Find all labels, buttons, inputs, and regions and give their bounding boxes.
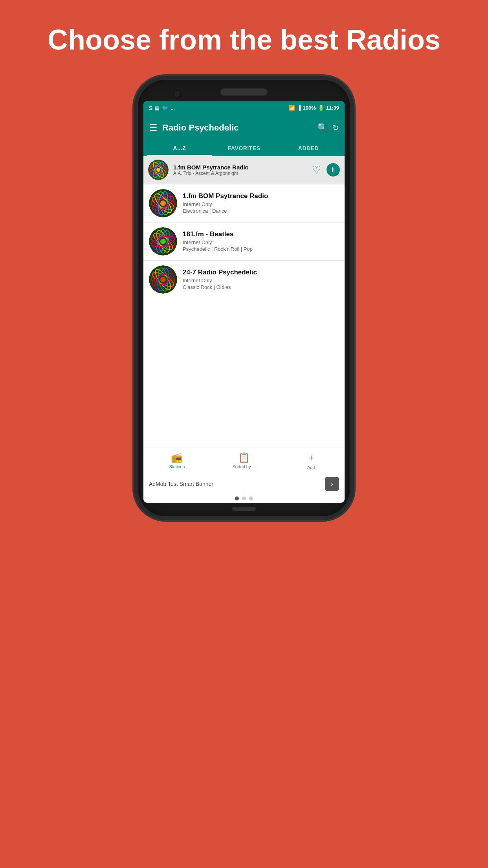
station-list: 1.fm BOM Psytrance Radio Internet Only E… (143, 184, 345, 447)
search-icon[interactable]: 🔍 (317, 123, 328, 133)
phone-speaker (220, 88, 268, 96)
status-ellipsis: ... (171, 105, 175, 111)
ad-arrow-button[interactable]: › (325, 477, 339, 491)
tab-az[interactable]: A...Z (147, 140, 212, 156)
phone-screen: S ▦ 🐦 ... 📶 ▐ 100% 🔋 11:09 ☰ Radio Psych… (143, 101, 345, 503)
battery-icon: 🔋 (318, 105, 324, 111)
svg-point-7 (156, 168, 160, 172)
now-playing-art (148, 160, 169, 180)
station-genre-3: Classic Rock | Oldies (183, 284, 339, 290)
status-icon-twitter: 🐦 (162, 105, 168, 111)
favorite-icon[interactable]: ♡ (312, 164, 321, 176)
phone-frame: S ▦ 🐦 ... 📶 ▐ 100% 🔋 11:09 ☰ Radio Psych… (134, 76, 354, 520)
dot-3 (249, 497, 253, 500)
phone-camera (173, 90, 181, 98)
list-item[interactable]: 181.fm - Beatles Internet Only Psychedel… (143, 223, 345, 261)
dot-2 (242, 497, 246, 500)
menu-icon[interactable]: ☰ (149, 122, 158, 133)
tab-added[interactable]: ADDED (276, 140, 341, 156)
nav-item-stations[interactable]: 📻 Stations (143, 447, 211, 474)
station-type-3: Internet Only (183, 278, 339, 283)
tabs: A...Z FAVORITES ADDED (143, 140, 345, 156)
nav-item-sorted[interactable]: 📋 Sorted by ... (211, 447, 278, 474)
battery-percent: 100% (303, 105, 316, 111)
app-bar: ☰ Radio Psychedelic 🔍 ↻ (143, 115, 345, 140)
now-playing-subtitle: A.A. Trip - Ascent & Argonnight (173, 171, 307, 176)
wifi-icon: 📶 (289, 105, 295, 111)
now-playing-title: 1.fm BOM Psytrance Radio (173, 164, 307, 171)
signal-icon: ▐ (297, 105, 301, 111)
pause-button[interactable]: ⏸ (327, 163, 340, 177)
refresh-icon[interactable]: ↻ (332, 123, 339, 132)
promo-title: Choose from the best Radios (24, 24, 464, 56)
station-genre-2: Psychedelic | Rock'n'Roll | Pop (183, 246, 339, 252)
clock: 11:09 (326, 105, 339, 111)
svg-point-34 (160, 277, 166, 282)
station-info-3: 24-7 Radio Psychedelic Internet Only Cla… (183, 268, 339, 290)
bottom-nav: 📻 Stations 📋 Sorted by ... ＋ Add (143, 447, 345, 474)
ad-dots (143, 494, 345, 503)
app-title: Radio Psychedelic (162, 123, 312, 133)
add-icon: ＋ (306, 451, 316, 464)
station-type-1: Internet Only (183, 201, 339, 207)
status-icon-cal: ▦ (155, 105, 160, 111)
station-art-3 (149, 265, 177, 294)
now-playing-bar[interactable]: 1.fm BOM Psytrance Radio A.A. Trip - Asc… (143, 156, 345, 184)
station-name-2: 181.fm - Beatles (183, 230, 339, 238)
svg-point-25 (160, 239, 166, 244)
station-info-2: 181.fm - Beatles Internet Only Psychedel… (183, 230, 339, 252)
ad-text: AdMob Test Smart Banner (149, 481, 213, 487)
station-art-1 (149, 189, 177, 217)
now-playing-info: 1.fm BOM Psytrance Radio A.A. Trip - Asc… (173, 164, 307, 176)
svg-point-16 (160, 200, 166, 206)
add-label: Add (307, 465, 315, 470)
nav-item-add[interactable]: ＋ Add (277, 447, 345, 474)
dot-1 (235, 497, 239, 500)
sorted-icon: 📋 (238, 452, 250, 463)
station-info-1: 1.fm BOM Psytrance Radio Internet Only E… (183, 192, 339, 214)
ad-banner[interactable]: AdMob Test Smart Banner › (143, 474, 345, 494)
station-art-2 (149, 227, 177, 256)
status-bar: S ▦ 🐦 ... 📶 ▐ 100% 🔋 11:09 (143, 101, 345, 115)
station-name-3: 24-7 Radio Psychedelic (183, 268, 339, 276)
station-genre-1: Electronica | Dance (183, 208, 339, 214)
stations-label: Stations (169, 464, 185, 469)
station-name-1: 1.fm BOM Psytrance Radio (183, 192, 339, 200)
status-icon-s: S (149, 105, 152, 111)
tab-favorites[interactable]: FAVORITES (212, 140, 276, 156)
phone-home-button[interactable] (232, 507, 256, 511)
sorted-label: Sorted by ... (232, 464, 255, 469)
station-type-2: Internet Only (183, 239, 339, 245)
stations-icon: 📻 (171, 452, 183, 463)
list-item[interactable]: 24-7 Radio Psychedelic Internet Only Cla… (143, 261, 345, 298)
list-item[interactable]: 1.fm BOM Psytrance Radio Internet Only E… (143, 184, 345, 223)
